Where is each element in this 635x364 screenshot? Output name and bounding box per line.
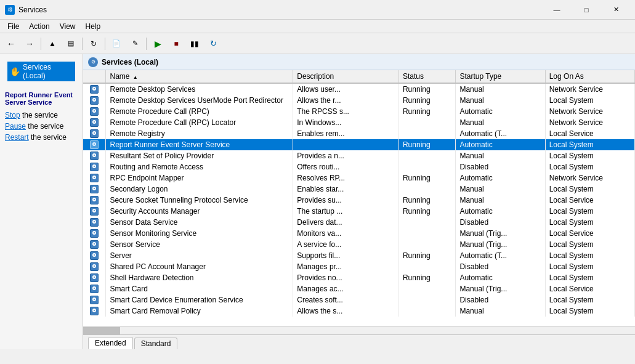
toolbar-up[interactable]: ▲ bbox=[44, 36, 61, 52]
toolbar-forward[interactable]: → bbox=[21, 36, 38, 52]
col-header-name[interactable]: Name ▲ bbox=[106, 70, 293, 83]
toolbar-restart[interactable]: ↻ bbox=[204, 36, 222, 52]
services-table: Name ▲ Description Status Startup Type L… bbox=[83, 70, 635, 317]
table-row[interactable]: Remote Desktop ServicesAllows user...Run… bbox=[83, 83, 635, 95]
service-logon: Local System bbox=[545, 161, 634, 172]
menu-file[interactable]: File bbox=[2, 21, 24, 32]
service-status bbox=[398, 217, 455, 228]
menu-view[interactable]: View bbox=[55, 21, 81, 32]
toolbar-refresh[interactable]: ↻ bbox=[85, 36, 102, 52]
table-row[interactable]: RPC Endpoint MapperResolves RP...Running… bbox=[83, 172, 635, 184]
table-row[interactable]: Sensor Monitoring ServiceMonitors va...M… bbox=[83, 228, 635, 239]
stop-link[interactable]: Stop bbox=[5, 111, 20, 119]
service-description: Creates soft... bbox=[293, 294, 399, 305]
service-row-icon bbox=[83, 217, 106, 228]
panel-header-icon: ⚙ bbox=[88, 57, 98, 67]
service-name: Report Runner Event Server Service bbox=[106, 139, 293, 150]
service-name: Routing and Remote Access bbox=[106, 161, 293, 172]
col-header-startup[interactable]: Startup Type bbox=[456, 70, 545, 83]
hscroll-thumb[interactable] bbox=[83, 327, 120, 334]
service-logon: Network Service bbox=[545, 83, 634, 95]
tab-extended[interactable]: Extended bbox=[88, 337, 133, 349]
table-row[interactable]: Secure Socket Tunneling Protocol Service… bbox=[83, 195, 635, 206]
table-row[interactable]: ServerSupports fil...RunningAutomatic (T… bbox=[83, 250, 635, 261]
service-status bbox=[398, 239, 455, 250]
service-description: Provides no... bbox=[293, 272, 399, 283]
toolbar-pause[interactable]: ▮▮ bbox=[186, 36, 203, 52]
col-header-description[interactable]: Description bbox=[293, 70, 399, 83]
service-name: Smart Card Removal Policy bbox=[106, 305, 293, 317]
table-row[interactable]: Report Runner Event Server ServiceRunnin… bbox=[83, 139, 635, 150]
service-startup: Manual (Trig... bbox=[456, 239, 545, 250]
service-startup: Disabled bbox=[456, 261, 545, 272]
table-row[interactable]: Remote RegistryEnables rem...Automatic (… bbox=[83, 128, 635, 139]
menu-help[interactable]: Help bbox=[81, 21, 106, 32]
table-row[interactable]: Sensor Data ServiceDelivers dat...Disabl… bbox=[83, 217, 635, 228]
pause-link[interactable]: Pause bbox=[5, 122, 26, 131]
service-startup: Manual bbox=[456, 184, 545, 195]
sort-arrow-name: ▲ bbox=[133, 75, 138, 80]
col-header-icon bbox=[83, 70, 106, 83]
service-startup: Manual bbox=[456, 83, 545, 95]
right-panel: ⚙ Services (Local) Name ▲ Description St… bbox=[83, 54, 635, 349]
tab-standard[interactable]: Standard bbox=[134, 338, 178, 349]
service-status bbox=[398, 283, 455, 294]
toolbar-properties[interactable]: ✎ bbox=[126, 36, 144, 52]
table-row[interactable]: Secondary LogonEnables star...ManualLoca… bbox=[83, 184, 635, 195]
close-button[interactable]: ✕ bbox=[602, 0, 630, 20]
service-name: RPC Endpoint Mapper bbox=[106, 172, 293, 184]
table-row[interactable]: Routing and Remote AccessOffers routi...… bbox=[83, 161, 635, 172]
toolbar-showdesktop[interactable]: ▤ bbox=[62, 36, 79, 52]
table-row[interactable]: Smart Card Device Enumeration ServiceCre… bbox=[83, 294, 635, 305]
service-status: Running bbox=[398, 172, 455, 184]
service-name: Remote Desktop Services UserMode Port Re… bbox=[106, 95, 293, 106]
horizontal-scrollbar[interactable] bbox=[83, 326, 635, 334]
service-logon: Local System bbox=[545, 239, 634, 250]
table-row[interactable]: Shell Hardware DetectionProvides no...Ru… bbox=[83, 272, 635, 283]
maximize-button[interactable]: □ bbox=[572, 0, 601, 20]
service-name: Shared PC Account Manager bbox=[106, 261, 293, 272]
table-row[interactable]: Shared PC Account ManagerManages pr...Di… bbox=[83, 261, 635, 272]
table-row[interactable]: Smart CardManages ac...Manual (Trig...Lo… bbox=[83, 283, 635, 294]
service-logon: Network Service bbox=[545, 172, 634, 184]
table-row[interactable]: Remote Desktop Services UserMode Port Re… bbox=[83, 95, 635, 106]
minimize-button[interactable]: — bbox=[543, 0, 571, 20]
table-row[interactable]: Security Accounts ManagerThe startup ...… bbox=[83, 206, 635, 217]
service-name: Shell Hardware Detection bbox=[106, 272, 293, 283]
service-startup: Manual bbox=[456, 305, 545, 317]
service-status bbox=[398, 261, 455, 272]
toolbar-sep-4 bbox=[146, 38, 147, 50]
toolbar-export[interactable]: 📄 bbox=[108, 36, 125, 52]
table-row[interactable]: Remote Procedure Call (RPC)The RPCSS s..… bbox=[83, 106, 635, 117]
service-description: A service fo... bbox=[293, 239, 399, 250]
service-row-icon bbox=[83, 283, 106, 294]
service-startup: Disabled bbox=[456, 161, 545, 172]
restart-link[interactable]: Restart bbox=[5, 133, 29, 142]
treeview-item-services-local[interactable]: ✋ Services (Local) bbox=[7, 62, 75, 81]
table-row[interactable]: Remote Procedure Call (RPC) LocatorIn Wi… bbox=[83, 117, 635, 128]
service-startup: Manual bbox=[456, 150, 545, 161]
treeview: ✋ Services (Local) bbox=[5, 59, 78, 84]
services-table-container[interactable]: Name ▲ Description Status Startup Type L… bbox=[83, 70, 635, 326]
service-row-icon bbox=[83, 161, 106, 172]
toolbar-back[interactable]: ← bbox=[2, 36, 20, 52]
service-description: The RPCSS s... bbox=[293, 106, 399, 117]
service-logon: Network Service bbox=[545, 106, 634, 117]
table-row[interactable]: Smart Card Removal PolicyAllows the s...… bbox=[83, 305, 635, 317]
table-row[interactable]: Resultant Set of Policy ProviderProvides… bbox=[83, 150, 635, 161]
service-status bbox=[398, 228, 455, 239]
service-description: Resolves RP... bbox=[293, 172, 399, 184]
table-row[interactable]: Sensor ServiceA service fo...Manual (Tri… bbox=[83, 239, 635, 250]
service-row-icon bbox=[83, 150, 106, 161]
toolbar-stop[interactable]: ■ bbox=[168, 36, 185, 52]
service-name: Remote Procedure Call (RPC) bbox=[106, 106, 293, 117]
service-info-panel: Report Runner Event Server Service Stop … bbox=[5, 91, 78, 142]
service-name: Resultant Set of Policy Provider bbox=[106, 150, 293, 161]
titlebar: ⚙ Services — □ ✕ bbox=[0, 0, 635, 20]
service-logon: Local System bbox=[545, 272, 634, 283]
service-startup: Disabled bbox=[456, 217, 545, 228]
col-header-status[interactable]: Status bbox=[398, 70, 455, 83]
col-header-logon[interactable]: Log On As bbox=[545, 70, 634, 83]
menu-action[interactable]: Action bbox=[24, 21, 54, 32]
toolbar-play[interactable]: ▶ bbox=[149, 36, 166, 52]
